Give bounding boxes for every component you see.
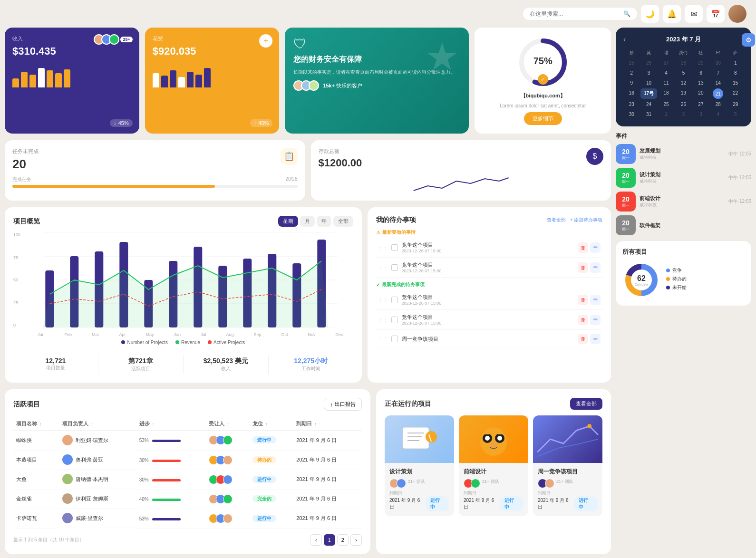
cal-day[interactable]: 2	[623, 68, 640, 77]
cal-prev-button[interactable]: ‹	[623, 35, 626, 44]
search-input[interactable]	[530, 10, 620, 17]
project-card-body-2: 前端设计 21+ 团队 到期日	[459, 463, 528, 516]
cal-day[interactable]: 18	[658, 88, 674, 99]
cal-day[interactable]: 10	[640, 78, 657, 87]
col-assignee[interactable]: 受让人 ↕	[206, 416, 250, 431]
col-progress[interactable]: 进步 ↕	[136, 416, 206, 431]
delete-todo-button-2[interactable]: 🗑	[578, 262, 588, 273]
mail-icon: ✉	[691, 10, 697, 19]
col-name[interactable]: 项目名称 ↕	[13, 416, 59, 431]
cal-day[interactable]: 28	[675, 58, 691, 67]
edit-todo-button-2[interactable]: ✏	[590, 262, 601, 273]
cal-day[interactable]: 2	[675, 110, 691, 119]
cal-day[interactable]: 1	[727, 58, 744, 67]
cal-day-17-event[interactable]: 17号	[640, 88, 657, 99]
cal-day[interactable]: 4	[710, 110, 726, 119]
next-page-button[interactable]: ›	[350, 534, 362, 546]
delete-todo-button[interactable]: 🗑	[578, 242, 588, 253]
cal-day[interactable]: 24	[640, 100, 657, 109]
cal-day[interactable]: 13	[693, 78, 709, 87]
drag-handle-2[interactable]: ⋮⋮	[378, 265, 388, 270]
todo-checkbox-done[interactable]	[391, 297, 398, 303]
notifications-button[interactable]: 🔔	[663, 5, 681, 23]
cal-day[interactable]: 20	[693, 88, 709, 99]
drag-handle-weekly[interactable]: ⋮⋮	[378, 337, 388, 342]
mail-button[interactable]: ✉	[685, 5, 703, 23]
cal-day[interactable]: 4	[658, 68, 674, 77]
tab-week[interactable]: 星期	[278, 216, 298, 227]
col-position[interactable]: 龙位 ↕	[250, 416, 293, 431]
cal-day[interactable]: 11	[658, 78, 674, 87]
edit-todo-done-button-2[interactable]: ✏	[590, 315, 601, 325]
cal-day[interactable]: 30	[710, 58, 726, 67]
cal-day-today[interactable]: 21	[713, 88, 723, 99]
day-label-th: 社	[693, 48, 709, 58]
add-todo-link[interactable]: + 添加待办事项	[570, 217, 602, 223]
todo-checkbox-done-2[interactable]	[391, 317, 398, 323]
edit-todo-button[interactable]: ✏	[590, 242, 601, 253]
drag-handle-done[interactable]: ⋮⋮	[378, 297, 388, 302]
cal-day[interactable]: 29	[693, 58, 709, 67]
drag-handle[interactable]: ⋮⋮	[378, 245, 388, 250]
todo-checkbox-2[interactable]	[391, 264, 398, 271]
todo-date-done: 2023-12-26 07:15:00	[402, 301, 574, 306]
details-button[interactable]: 更多细节	[524, 112, 562, 125]
view-all-button[interactable]: 查看全部	[570, 398, 602, 410]
tab-year[interactable]: 年	[317, 216, 331, 227]
tab-month[interactable]: 月	[300, 216, 315, 227]
page-2-button[interactable]: 2	[337, 534, 349, 546]
calendar-button[interactable]: 📅	[707, 5, 725, 23]
tab-all[interactable]: 全部	[333, 216, 353, 227]
cal-day[interactable]: 9	[623, 78, 640, 87]
delete-todo-done-button-2[interactable]: 🗑	[578, 315, 588, 325]
page-1-button[interactable]: 1	[324, 534, 335, 546]
cal-day[interactable]: 27	[658, 58, 674, 67]
cal-day[interactable]: 27	[693, 100, 709, 109]
drag-handle-done-2[interactable]: ⋮⋮	[378, 317, 388, 322]
cal-day[interactable]: 26	[640, 58, 657, 67]
todo-checkbox-weekly[interactable]	[391, 336, 398, 342]
cal-day[interactable]: 3	[640, 68, 657, 77]
circle-check-icon: ✓	[538, 74, 548, 85]
calendar-settings-button[interactable]: ⚙	[742, 33, 755, 47]
exp-bar-7	[204, 68, 211, 87]
expenses-amount: $920.035	[153, 45, 272, 58]
user-avatar[interactable]	[728, 5, 746, 23]
cal-day[interactable]: 12	[675, 78, 691, 87]
export-button[interactable]: ↑ 出口报告	[324, 398, 362, 411]
view-all-link[interactable]: 查看全部	[547, 217, 566, 223]
todo-checkbox-1[interactable]	[391, 244, 398, 251]
cal-day[interactable]: 6	[693, 68, 709, 77]
edit-weekly-button[interactable]: ✏	[590, 334, 601, 344]
delete-todo-done-button[interactable]: 🗑	[578, 295, 588, 305]
cal-day[interactable]: 1	[658, 110, 674, 119]
proj-date-label-2: 到期日	[464, 490, 523, 496]
cal-day[interactable]: 28	[710, 100, 726, 109]
cal-day[interactable]: 23	[623, 100, 640, 109]
search-container[interactable]: 🔍	[523, 8, 637, 20]
col-due[interactable]: 到期日 ↕	[293, 416, 362, 431]
cal-day[interactable]: 19	[675, 88, 691, 99]
col-manager[interactable]: 项目负责人 ↕	[59, 416, 136, 431]
cal-day[interactable]: 15	[727, 78, 744, 87]
cal-day[interactable]: 8	[727, 68, 744, 77]
cal-day[interactable]: 30	[623, 110, 640, 119]
cal-day[interactable]: 25	[658, 100, 674, 109]
cal-day[interactable]: 26	[675, 100, 691, 109]
cal-day[interactable]: 29	[727, 100, 744, 109]
cal-day[interactable]: 16	[623, 88, 640, 99]
cal-day[interactable]: 7	[710, 68, 726, 77]
cal-day[interactable]: 14	[710, 78, 726, 87]
delete-weekly-button[interactable]: 🗑	[578, 334, 588, 344]
cal-day[interactable]: 5	[727, 110, 744, 119]
cal-day[interactable]: 25	[623, 58, 640, 67]
cal-day[interactable]: 3	[693, 110, 709, 119]
cal-day[interactable]: 22	[727, 88, 744, 99]
main-chart-svg	[28, 232, 353, 327]
cal-day[interactable]: 5	[675, 68, 691, 77]
theme-toggle-button[interactable]: 🌙	[641, 5, 659, 23]
prev-page-button[interactable]: ‹	[310, 534, 322, 546]
revenue-amount: $310.435	[12, 45, 132, 58]
edit-todo-done-button[interactable]: ✏	[590, 295, 601, 305]
cal-day[interactable]: 31	[640, 110, 657, 119]
